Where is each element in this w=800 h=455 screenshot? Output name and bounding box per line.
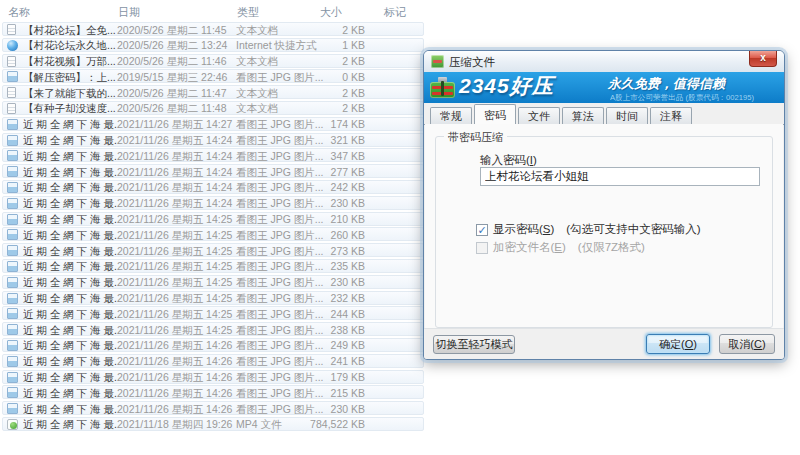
file-size: 210 KB [301, 213, 365, 225]
table-row[interactable]: 近 期 全 網 下 海 最...2021/11/26 星期五 14:27看图王 … [2, 117, 424, 131]
tab-常规[interactable]: 常规 [430, 107, 472, 124]
file-name: 近 期 全 網 下 海 最... [23, 292, 119, 304]
jpg-image-icon [7, 356, 18, 367]
table-row[interactable]: 近 期 全 網 下 海 最...2021/11/26 星期五 14:26看图王 … [2, 354, 424, 368]
text-file-icon [7, 87, 16, 98]
table-row[interactable]: 近 期 全 網 下 海 最...2021/11/26 星期五 14:24看图王 … [2, 148, 424, 162]
table-row[interactable]: 近 期 全 網 下 海 最...2021/11/26 星期五 14:26看图王 … [2, 338, 424, 352]
file-date: 2021/11/26 星期五 14:24 [117, 150, 237, 162]
file-date: 2021/11/18 星期四 19:26 [117, 418, 237, 430]
brand-banner: 2345好压 永久免费，值得信赖 A股上市公司荣誉出品 (股票代码：002195… [424, 72, 784, 103]
jpg-image-icon [7, 150, 18, 161]
dialog-title: 压缩文件 [449, 55, 495, 70]
table-row[interactable]: 近 期 全 網 下 海 最...2021/11/26 星期五 14:25看图王 … [2, 291, 424, 305]
file-size: 244 KB [301, 308, 365, 320]
column-header-type[interactable]: 类型 [237, 5, 259, 20]
encrypt-names-label: 加密文件名(E) [493, 240, 566, 255]
file-size: 215 KB [301, 387, 365, 399]
cancel-button[interactable]: 取消(C) [719, 334, 775, 354]
file-date: 2020/5/26 星期二 11:45 [117, 24, 237, 36]
show-password-label[interactable]: 显示密码(S) [493, 222, 554, 237]
file-name: 近 期 全 網 下 海 最... [23, 308, 119, 320]
file-size: 179 KB [301, 371, 365, 383]
jpg-image-icon [7, 261, 18, 272]
file-date: 2021/11/26 星期五 14:25 [117, 324, 237, 336]
ok-button[interactable]: 确定(O) [646, 334, 710, 354]
table-row[interactable]: 【解压密码】：上...2019/5/15 星期三 22:46看图王 JPG 图片… [2, 69, 424, 83]
table-row[interactable]: 近 期 全 網 下 海 最...2021/11/26 星期五 14:24看图王 … [2, 164, 424, 178]
tab-密码[interactable]: 密码 [474, 104, 516, 124]
file-name: 【村花论坛】全免... [23, 24, 119, 36]
groupbox-title: 带密码压缩 [444, 130, 507, 145]
jpg-image-icon [7, 340, 18, 351]
password-input[interactable] [480, 167, 760, 186]
tab-算法[interactable]: 算法 [562, 107, 604, 124]
table-row[interactable]: 【来了就能下载的...2020/5/26 星期二 11:47文本文档2 KB [2, 85, 424, 99]
table-row[interactable]: 近 期 全 網 下 海 最...2021/11/26 星期五 14:25看图王 … [2, 227, 424, 241]
table-row[interactable]: 近 期 全 網 下 海 最...2021/11/26 星期五 14:24看图王 … [2, 180, 424, 194]
show-password-checkbox[interactable]: ✓ [476, 224, 488, 236]
file-size: 277 KB [301, 166, 365, 178]
dialog-titlebar[interactable]: 压缩文件 x [424, 51, 784, 72]
file-list-panel: 名称 日期 类型 大小 标记 【村花论坛】全免...2020/5/26 星期二 … [0, 0, 426, 433]
file-date: 2021/11/26 星期五 14:25 [117, 292, 237, 304]
file-size: 238 KB [301, 324, 365, 336]
jpg-image-icon [7, 324, 18, 335]
file-size: 242 KB [301, 181, 365, 193]
table-row[interactable]: 近 期 全 網 下 海 最...2021/11/26 星期五 14:24看图王 … [2, 196, 424, 210]
file-name: 近 期 全 網 下 海 最... [23, 418, 119, 430]
jpg-image-icon [7, 372, 18, 383]
table-row[interactable]: 近 期 全 網 下 海 最...2021/11/26 星期五 14:25看图王 … [2, 243, 424, 257]
table-row[interactable]: 近 期 全 網 下 海 最...2021/11/26 星期五 14:25看图王 … [2, 306, 424, 320]
table-row[interactable]: 【有种子却没速度...2020/5/26 星期二 11:48文本文档2 KB [2, 101, 424, 115]
tab-注释[interactable]: 注释 [650, 107, 692, 124]
jpg-image-icon [7, 387, 18, 398]
jpg-image-icon [7, 308, 18, 319]
file-size: 321 KB [301, 134, 365, 146]
file-size: 347 KB [301, 150, 365, 162]
show-password-hint: (勾选可支持中文密码输入) [566, 222, 700, 237]
table-row[interactable]: 【村花论坛】全免...2020/5/26 星期二 11:45文本文档2 KB [2, 22, 424, 36]
tab-时间[interactable]: 时间 [606, 107, 648, 124]
table-row[interactable]: 近 期 全 網 下 海 最...2021/11/26 星期五 14:26看图王 … [2, 401, 424, 415]
file-name: 【解压密码】：上... [23, 71, 119, 83]
file-date: 2021/11/26 星期五 14:26 [117, 371, 237, 383]
file-name: 【村花论坛永久地... [23, 39, 119, 51]
table-row[interactable]: 近 期 全 網 下 海 最...2021/11/26 星期五 14:25看图王 … [2, 212, 424, 226]
file-date: 2019/5/15 星期三 22:46 [117, 71, 237, 83]
table-row[interactable]: 近 期 全 網 下 海 最...2021/11/26 星期五 14:26看图王 … [2, 385, 424, 399]
table-row[interactable]: 近 期 全 網 下 海 最...2021/11/26 星期五 14:25看图王 … [2, 275, 424, 289]
column-header-name[interactable]: 名称 [8, 5, 30, 20]
column-header-mark[interactable]: 标记 [384, 5, 406, 20]
table-row[interactable]: 近 期 全 網 下 海 最...2021/11/26 星期五 14:25看图王 … [2, 259, 424, 273]
compress-file-dialog: 压缩文件 x 2345好压 永久免费，值得信赖 A股上市公司荣誉出品 (股票代码… [423, 50, 785, 360]
file-date: 2021/11/26 星期五 14:26 [117, 403, 237, 415]
file-size: 2 KB [301, 24, 365, 36]
file-date: 2021/11/26 星期五 14:25 [117, 308, 237, 320]
internet-shortcut-icon [7, 40, 18, 51]
switch-mode-button[interactable]: 切换至轻巧模式 [433, 335, 515, 354]
table-row[interactable]: 近 期 全 網 下 海 最...2021/11/18 星期四 19:26MP4 … [2, 417, 424, 431]
file-size: 230 KB [301, 276, 365, 288]
column-header-date[interactable]: 日期 [118, 5, 140, 20]
table-row[interactable]: 近 期 全 網 下 海 最...2021/11/26 星期五 14:26看图王 … [2, 370, 424, 384]
table-row[interactable]: 【村花视频】万部...2020/5/26 星期二 11:46文本文档2 KB [2, 54, 424, 68]
file-name: 【有种子却没速度... [23, 102, 119, 114]
file-size: 0 KB [301, 71, 365, 83]
text-file-icon [7, 56, 16, 67]
table-row[interactable]: 近 期 全 網 下 海 最...2021/11/26 星期五 14:25看图王 … [2, 322, 424, 336]
file-name: 近 期 全 網 下 海 最... [23, 403, 119, 415]
file-date: 2020/5/26 星期二 11:48 [117, 102, 237, 114]
brand-logo-text: 2345好压 [459, 72, 554, 100]
file-name: 近 期 全 網 下 海 最... [23, 166, 119, 178]
file-name: 近 期 全 網 下 海 最... [23, 134, 119, 146]
file-name: 近 期 全 網 下 海 最... [23, 229, 119, 241]
column-header-size[interactable]: 大小 [320, 5, 342, 20]
table-row[interactable]: 【村花论坛永久地...2020/5/26 星期二 13:24Internet 快… [2, 38, 424, 52]
table-row[interactable]: 近 期 全 網 下 海 最...2021/11/26 星期五 14:24看图王 … [2, 133, 424, 147]
close-button[interactable]: x [749, 51, 777, 67]
jpg-image-icon [7, 229, 18, 240]
show-password-row: ✓ 显示密码(S) (勾选可支持中文密码输入) [476, 222, 701, 237]
file-date: 2021/11/26 星期五 14:25 [117, 229, 237, 241]
tab-文件[interactable]: 文件 [518, 107, 560, 124]
